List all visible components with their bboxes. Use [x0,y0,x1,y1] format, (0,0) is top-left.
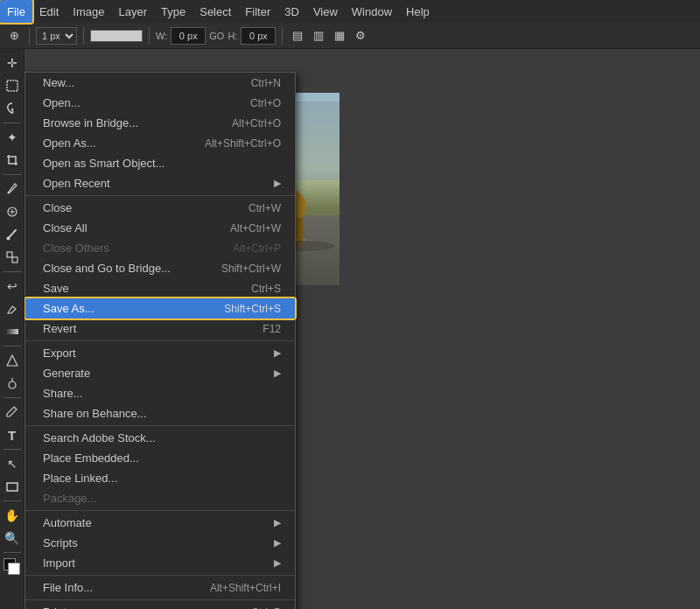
align-right-icon[interactable]: ▦ [331,27,348,45]
width-label: W: [156,31,167,41]
menu-item-file-info[interactable]: File Info... Alt+Shift+Ctrl+I [25,578,295,598]
clone-stamp-icon[interactable] [2,247,23,268]
menu-file[interactable]: File [0,0,32,23]
eraser-icon[interactable] [2,298,23,319]
brush-size-select[interactable]: 1 px [36,27,77,45]
menu-item-share-behance[interactable]: Share on Behance... [25,403,295,424]
lasso-icon[interactable] [2,98,23,119]
menu-sep-3 [25,425,295,426]
menu-item-revert[interactable]: Revert F12 [25,318,295,339]
width-input[interactable] [171,27,206,45]
menu-item-export[interactable]: Export ▶ [25,343,295,363]
tool-sep-3 [4,271,21,272]
svg-rect-5 [12,257,18,262]
menu-item-save[interactable]: Save Ctrl+S [25,278,295,298]
settings-icon[interactable]: ⚙ [352,27,369,45]
align-center-icon[interactable]: ▥ [310,27,327,45]
menu-item-search-stock[interactable]: Search Adobe Stock... [25,428,295,448]
svg-rect-10 [7,483,18,491]
menu-window[interactable]: Window [345,0,399,23]
toolbar-sep-2 [83,27,84,45]
svg-point-8 [9,382,16,388]
menu-item-automate[interactable]: Automate ▶ [25,513,295,533]
file-dropdown-menu: New... Ctrl+N Open... Ctrl+O Browse in B… [24,72,296,609]
menu-item-browse-bridge[interactable]: Browse in Bridge... Alt+Ctrl+O [25,113,295,133]
toolbar-sep-1 [29,27,30,45]
history-brush-icon[interactable]: ↩ [2,276,23,297]
menu-sep-1 [25,195,295,196]
menu-item-import[interactable]: Import ▶ [25,553,295,573]
height-label: H: [228,31,237,41]
magic-wand-icon[interactable]: ✦ [2,127,23,148]
toolbar-sep-4 [282,27,283,45]
svg-rect-0 [7,80,18,91]
menu-item-share[interactable]: Share... [25,383,295,403]
zoom-tool-icon[interactable]: 🔍 [2,528,23,549]
menu-help[interactable]: Help [399,0,437,23]
menu-3d[interactable]: 3D [277,0,306,23]
menu-bar: File Edit Image Layer Type Select Filter… [0,0,700,23]
menu-item-print[interactable]: Print... Ctrl+P [25,602,295,609]
move-tool-icon[interactable]: ✛ [2,52,23,74]
menu-layer[interactable]: Layer [112,0,155,23]
rectangular-marquee-icon[interactable] [2,75,23,96]
go-label: GO [209,31,224,41]
healing-brush-icon[interactable] [2,201,23,222]
menu-item-place-linked[interactable]: Place Linked... [25,468,295,488]
toolbar-sep-3 [149,27,150,45]
tool-sep-4 [4,346,21,346]
menu-item-scripts[interactable]: Scripts ▶ [25,533,295,553]
menu-item-open[interactable]: Open... Ctrl+O [25,93,295,113]
svg-marker-7 [7,355,18,366]
menu-item-close-others: Close Others Alt+Ctrl+P [25,238,295,258]
dodge-icon[interactable] [2,373,23,394]
menu-image[interactable]: Image [66,0,111,23]
svg-rect-6 [6,329,18,334]
options-toolbar: ⊕ 1 px W: GO H: ▤ ▥ ▦ ⚙ [0,23,700,49]
crop-icon[interactable] [2,150,23,171]
menu-sep-2 [25,340,295,341]
foreground-color-icon[interactable] [2,556,23,578]
tool-sep-1 [4,122,21,123]
menu-type[interactable]: Type [154,0,192,23]
menu-view[interactable]: View [306,0,345,23]
height-input[interactable] [241,27,276,45]
menu-item-open-as[interactable]: Open As... Alt+Shift+Ctrl+O [25,133,295,153]
menu-item-open-recent[interactable]: Open Recent ▶ [25,173,295,193]
menu-item-package: Package... [25,488,295,508]
menu-sep-6 [25,599,295,600]
menu-item-close[interactable]: Close Ctrl+W [25,198,295,218]
type-tool-icon[interactable]: T [2,424,23,445]
menu-item-close-all[interactable]: Close All Alt+Ctrl+W [25,218,295,238]
align-left-icon[interactable]: ▤ [289,27,306,45]
main-area: ✛ ✦ ↩ [0,49,700,609]
menu-item-new[interactable]: New... Ctrl+N [25,73,295,93]
menu-item-open-smart-object[interactable]: Open as Smart Object... [25,153,295,173]
menu-item-save-as[interactable]: Save As... Shift+Ctrl+S [25,298,295,318]
gradient-icon[interactable] [2,321,23,342]
menu-item-generate[interactable]: Generate ▶ [25,363,295,383]
svg-point-3 [6,237,10,241]
menu-item-place-embedded[interactable]: Place Embedded... [25,448,295,468]
hand-tool-icon[interactable]: ✋ [2,505,23,526]
tool-sep-2 [4,174,21,175]
eyedropper-icon[interactable] [2,178,23,200]
menu-sep-4 [25,510,295,511]
menu-edit[interactable]: Edit [32,0,66,23]
menu-select[interactable]: Select [192,0,238,23]
pen-icon[interactable] [2,402,23,423]
tool-sep-6 [4,449,21,450]
menu-item-close-go-bridge[interactable]: Close and Go to Bridge... Shift+Ctrl+W [25,258,295,278]
menu-sep-5 [25,575,295,576]
toolbar-brush-icon[interactable]: ⊕ [5,27,23,45]
menu-filter[interactable]: Filter [238,0,277,23]
blur-icon[interactable] [2,350,23,371]
brush-stroke-preview [90,30,143,42]
svg-point-1 [7,192,10,194]
brush-tool-icon[interactable] [2,224,23,245]
path-select-icon[interactable]: ↖ [2,453,23,474]
canvas-area: New... Ctrl+N Open... Ctrl+O Browse in B… [24,49,700,609]
tool-sep-5 [4,397,21,398]
shape-icon[interactable] [2,476,23,497]
svg-point-58 [302,239,307,242]
